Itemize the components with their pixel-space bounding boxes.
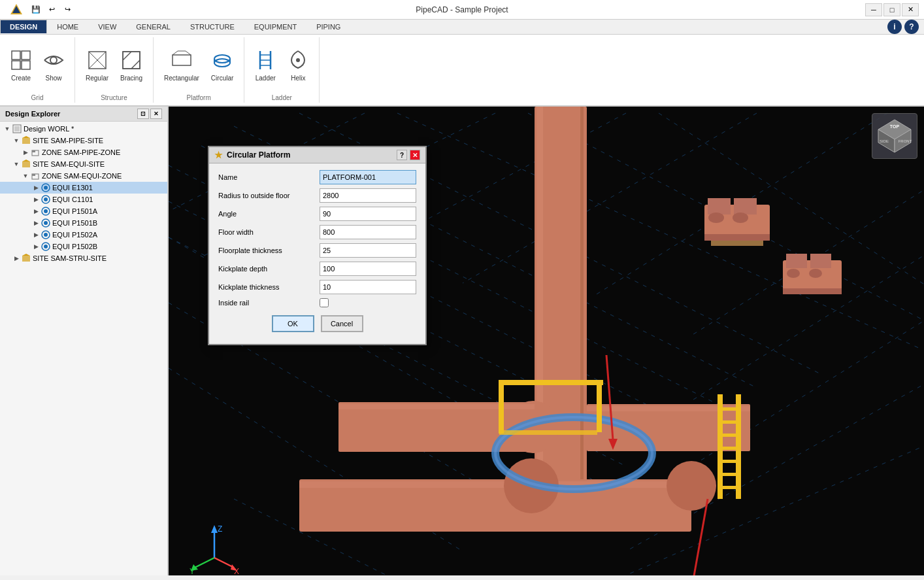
tree-site-stru[interactable]: ▶ SITE SAM-STRU-SITE: [0, 252, 167, 264]
expand-arrow: ▶: [31, 208, 41, 214]
tree-equi-p1501a[interactable]: ▶ EQUI P1501A: [0, 205, 167, 217]
input-kickplate-depth[interactable]: [320, 262, 416, 276]
svg-marker-31: [22, 136, 30, 138]
design-icon: [12, 124, 22, 134]
undo-btn[interactable]: ↩: [44, 3, 59, 17]
field-angle: Angle: [218, 207, 416, 221]
rectangular-btn[interactable]: Rectangular: [160, 47, 203, 84]
helix-btn[interactable]: Helix: [284, 47, 312, 84]
ribbon-group-platform: Rectangular Circular Platform: [154, 37, 244, 103]
tab-design[interactable]: DESIGN: [0, 20, 47, 34]
label-kickplate-depth: Kickplate depth: [218, 265, 320, 273]
close-btn[interactable]: ✕: [902, 3, 919, 16]
expand-arrow: ▼: [3, 126, 12, 132]
tree-label-worl: Design WORL *: [24, 125, 74, 133]
zone-pipe-icon: [30, 147, 41, 158]
cancel-button[interactable]: Cancel: [321, 315, 363, 332]
label-floor-width: Floor width: [218, 228, 320, 236]
ribbon-group-ladder: Ladder Helix Ladder: [244, 37, 320, 103]
equi-c1101-icon: [41, 194, 51, 205]
tab-structure[interactable]: STRUCTURE: [180, 20, 244, 34]
tree-equi-e1301[interactable]: ▶ EQUI E1301: [0, 182, 167, 194]
input-floor-width[interactable]: [320, 225, 416, 239]
help-area: i ?: [887, 20, 924, 34]
svg-point-39: [44, 186, 48, 190]
ladder-group-label: Ladder: [272, 94, 292, 103]
regular-btn[interactable]: Regular: [82, 47, 112, 84]
explorer-restore-btn[interactable]: ⊡: [137, 109, 149, 119]
ribbon: Create Show Grid: [0, 35, 924, 107]
tree-label-site-equi: SITE SAM-EQUI-SITE: [33, 160, 105, 168]
ribbon-tabs: DESIGN HOME VIEW GENERAL STRUCTURE EQUIP…: [0, 20, 924, 35]
input-floorplate-thickness[interactable]: [320, 243, 416, 258]
svg-line-11: [123, 52, 131, 60]
expand-arrow: ▶: [31, 243, 41, 250]
tree-equi-p1502b[interactable]: ▶ EQUI P1502B: [0, 241, 167, 252]
minimize-btn[interactable]: ─: [865, 3, 882, 16]
tab-equipment[interactable]: EQUIPMENT: [244, 20, 306, 34]
tree-zone-equi[interactable]: ▼ ZONE SAM-EQUI-ZONE: [0, 170, 167, 182]
equi-e1301-icon: [41, 182, 51, 193]
maximize-btn[interactable]: □: [883, 3, 900, 16]
tree-site-equi[interactable]: ▼ SITE SAM-EQUI-SITE: [0, 158, 167, 170]
svg-point-43: [44, 209, 48, 213]
circular-label: Circular: [211, 75, 233, 82]
svg-rect-34: [22, 162, 30, 167]
zone-equi-icon: [30, 171, 41, 181]
regular-icon: [87, 50, 108, 73]
dialog-close-btn[interactable]: ✕: [410, 150, 420, 160]
show-btn[interactable]: Show: [39, 47, 68, 84]
label-floorplate-thickness: Floorplate thickness: [218, 247, 320, 254]
input-inside-rail[interactable]: [320, 298, 329, 307]
circular-platform-dialog: ★ Circular Platform ? ✕ Name Radius to o…: [208, 146, 427, 345]
help-question-btn[interactable]: ?: [904, 20, 919, 34]
show-label: Show: [45, 75, 61, 82]
svg-rect-3: [22, 51, 30, 60]
tree-site-pipe[interactable]: ▼ SITE SAM-PIPE-SITE: [0, 135, 167, 146]
quick-access-toolbar: 💾 ↩ ↪: [26, 3, 77, 17]
tab-view[interactable]: VIEW: [88, 20, 126, 34]
tree-equi-p1501b[interactable]: ▶ EQUI P1501B: [0, 217, 167, 229]
label-angle: Angle: [218, 210, 320, 218]
svg-point-27: [296, 58, 300, 62]
input-radius[interactable]: [320, 188, 416, 203]
label-inside-rail: Inside rail: [218, 299, 320, 307]
help-info-btn[interactable]: i: [887, 20, 902, 34]
tree-label-p1502b: EQUI P1502B: [52, 243, 97, 250]
ladder-btn[interactable]: Ladder: [251, 47, 280, 84]
circular-btn[interactable]: Circular: [207, 47, 237, 84]
helix-label: Helix: [291, 75, 305, 82]
input-name[interactable]: [320, 170, 416, 184]
dialog-help-btn[interactable]: ?: [397, 150, 407, 160]
redo-btn[interactable]: ↪: [60, 3, 74, 17]
bracing-btn[interactable]: Bracing: [116, 47, 146, 84]
design-explorer: Design Explorer ⊡ ✕ ▼ Design WORL * ▼: [0, 107, 169, 575]
tab-general[interactable]: GENERAL: [126, 20, 180, 34]
window-title: PipeCAD - Sample Project: [416, 5, 508, 14]
svg-rect-5: [22, 61, 30, 69]
equi-p1502b-icon: [41, 241, 51, 252]
create-btn[interactable]: Create: [7, 47, 35, 84]
ladder-icon: [255, 50, 276, 73]
explorer-close-btn[interactable]: ✕: [150, 109, 162, 119]
save-btn[interactable]: 💾: [29, 3, 43, 17]
ribbon-group-structure: Regular Bracing Structure: [75, 37, 154, 103]
svg-rect-29: [14, 126, 20, 131]
expand-arrow: ▶: [12, 255, 21, 262]
input-angle[interactable]: [320, 207, 416, 221]
svg-rect-50: [22, 256, 30, 262]
tree-zone-pipe[interactable]: ▶ ZONE SAM-PIPE-ZONE: [0, 146, 167, 158]
svg-point-45: [44, 221, 48, 225]
ok-button[interactable]: OK: [272, 315, 314, 332]
input-kickplate-thickness[interactable]: [320, 280, 416, 294]
ladder-label: Ladder: [256, 75, 276, 82]
tree-equi-p1502a[interactable]: ▶ EQUI P1502A: [0, 229, 167, 241]
tree-design-worl[interactable]: ▼ Design WORL *: [0, 123, 167, 135]
viewport-3d[interactable]: Z Y X TOP: [169, 107, 924, 575]
svg-rect-30: [22, 138, 30, 144]
svg-line-16: [186, 51, 191, 55]
tree-equi-c1101[interactable]: ▶ EQUI C1101: [0, 194, 167, 205]
tab-piping[interactable]: PIPING: [306, 20, 350, 34]
tab-home[interactable]: HOME: [47, 20, 88, 34]
field-kickplate-depth: Kickplate depth: [218, 262, 416, 276]
